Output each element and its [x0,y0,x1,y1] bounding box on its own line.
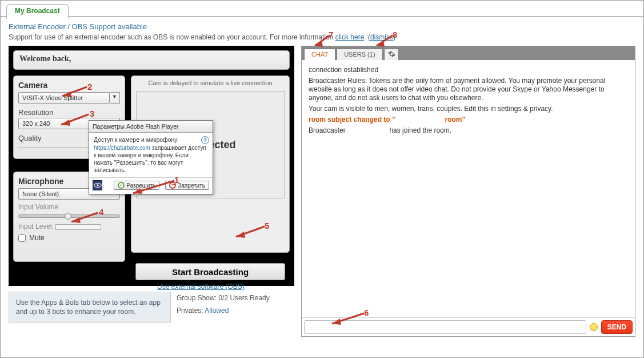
start-broadcasting-button[interactable]: Start Broadcasting [135,263,285,280]
join-b: has joined the room. [389,126,451,134]
allow-icon [118,182,125,189]
tab-chat[interactable]: CHAT [304,49,335,60]
help-icon[interactable]: ? [201,136,209,144]
chat-tab-bar: CHAT USERS (1) [302,46,635,60]
chat-msg: Broadcaster Rules: Tokens are the only f… [309,77,628,102]
banner-text: Support for use of an external encoder s… [9,33,635,41]
input-level-label: Input Level: [18,222,54,230]
tab-settings[interactable] [384,49,399,60]
mute-checkbox[interactable]: Mute [18,234,45,242]
tab-users[interactable]: USERS (1) [337,49,382,60]
click-here-link[interactable]: click here [335,33,365,41]
resolution-label: Resolution [18,108,120,117]
deny-icon [169,182,176,189]
under-panel-row: Use the Apps & Bots tab below to select … [9,292,294,323]
chat-panel: CHAT USERS (1) connection established Br… [301,46,635,337]
obs-banner: External Encoder / OBS Support available… [1,17,643,46]
camera-dd-arrow[interactable]: ▼ [110,92,120,104]
camera-select[interactable]: VISIT-X Video Splitter ▼ [18,92,120,104]
allow-label: Разрешить [126,182,155,189]
privacy-icon[interactable] [93,180,102,190]
welcome-bar: Welcome back, [13,50,290,70]
flash-text-block: https://chaturbate.com запрашивает досту… [94,144,208,174]
flash-title: Параметры Adobe Flash Player [89,121,213,133]
svg-point-1 [97,184,99,186]
input-level-meter [55,224,101,230]
input-volume-slider[interactable] [18,214,120,218]
join-a: Broadcaster [309,126,346,134]
banner-end: ) [393,33,395,41]
cam-delay-text: Cam is delayed to simulate a live connec… [131,76,289,90]
subj-a: room subject changed to " [309,116,395,124]
chat-subject-change: room subject changed to " room" [309,116,628,124]
dismiss-link[interactable]: dismiss [370,33,393,41]
tab-my-broadcast[interactable]: My Broadcast [6,4,69,19]
main-area: Welcome back, Camera VISIT-X Video Split… [1,46,643,345]
left-column: Welcome back, Camera VISIT-X Video Split… [9,46,294,337]
use-obs-link[interactable]: Use external software (OBS) [157,283,245,291]
mute-input[interactable] [18,234,26,242]
allow-button[interactable]: Разрешить [114,181,159,190]
priv-label: Privates: [177,307,205,315]
chat-input[interactable] [304,320,586,334]
gear-icon [388,50,395,57]
chat-input-row: SEND [302,317,635,336]
send-button[interactable]: SEND [601,320,633,334]
flash-site: https://chaturbate.com [94,145,150,151]
banner-pre: Support for use of an external encoder s… [9,33,335,41]
camera-value: VISIT-X Video Splitter [18,92,110,104]
banner-title: External Encoder / OBS Support available [9,22,635,31]
input-volume-label: Input Volume [18,203,120,211]
chat-join: Broadcaster has joined the room. [309,126,628,135]
eye-icon [94,182,102,188]
emoji-button[interactable] [590,323,598,331]
privates-status: Privates: Allowed [177,304,270,317]
status-block: Group Show: 0/2 Users Ready Privates: Al… [177,292,270,323]
chat-msg: Your cam is visible to men, women, trans… [309,105,628,113]
camera-label: Camera [18,81,120,90]
slider-thumb[interactable] [65,213,71,220]
flash-body: ? Доступ к камере и микрофону https://ch… [89,133,213,177]
video-panel: Welcome back, Camera VISIT-X Video Split… [9,46,294,286]
banner-sep: . ( [364,33,370,41]
right-column: CHAT USERS (1) connection established Br… [301,46,635,337]
deny-button[interactable]: Запретить [165,181,209,190]
app-window: My Broadcast External Encoder / OBS Supp… [0,0,644,358]
group-show-status: Group Show: 0/2 Users Ready [177,292,270,304]
flash-footer: Разрешить Запретить [89,177,213,194]
input-level-row: Input Level: [18,222,120,230]
privates-link[interactable]: Allowed [205,307,229,315]
top-tab-bar: My Broadcast [1,1,643,17]
chat-log: connection established Broadcaster Rules… [302,60,635,317]
subj-b: room" [445,116,465,124]
apps-bots-hint: Use the Apps & Bots tab below to select … [9,292,171,323]
flash-head: Доступ к камере и микрофону [94,136,208,143]
deny-label: Запретить [178,182,205,189]
chat-msg: connection established [309,66,628,74]
flash-permission-dialog: Параметры Adobe Flash Player ? Доступ к … [89,120,213,194]
mute-label: Mute [29,234,45,242]
